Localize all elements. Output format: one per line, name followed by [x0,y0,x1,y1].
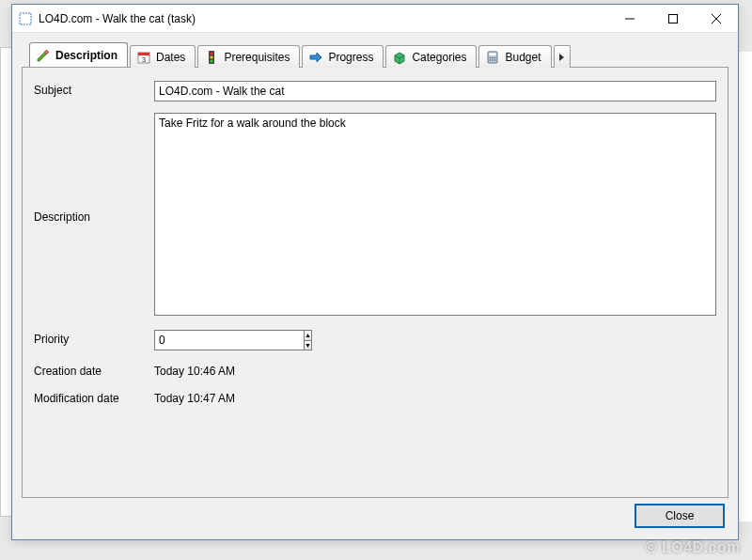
subject-label: Subject [34,81,154,97]
tab-categories[interactable]: Categories [385,45,477,68]
creation-date-row: Creation date Today 10:46 AM [34,362,716,378]
priority-stepper[interactable]: ▲ ▼ [154,330,241,350]
description-row: Description [34,113,716,319]
tab-dates[interactable]: 3 Dates [130,45,196,68]
task-dialog-window: LO4D.com - Walk the cat (task) Descripti… [11,4,739,540]
tab-budget[interactable]: Budget [478,45,551,68]
priority-row: Priority ▲ ▼ [34,330,716,350]
svg-rect-2 [669,14,678,23]
svg-point-17 [494,56,496,58]
description-label: Description [34,208,154,224]
tab-label: Progress [328,51,373,64]
box-icon [392,50,407,65]
svg-point-12 [211,59,213,62]
svg-point-20 [494,59,496,61]
titlebar[interactable]: LO4D.com - Walk the cat (task) [12,5,738,33]
svg-rect-0 [20,13,31,24]
tab-label: Budget [505,51,540,64]
pencil-icon [36,48,51,63]
tab-label: Prerequisites [224,51,290,64]
svg-point-18 [490,59,492,61]
svg-point-10 [211,52,213,54]
subject-row: Subject [34,81,716,101]
tab-description[interactable]: Description [29,42,128,67]
priority-step-up[interactable]: ▲ [305,331,311,341]
arrow-right-icon [308,50,323,65]
description-panel: Subject Description Priority ▲ [22,67,728,498]
window-title: LO4D.com - Walk the cat (task) [39,12,608,25]
background-window-right [738,52,752,521]
svg-text:3: 3 [142,54,147,63]
priority-input[interactable] [154,330,305,350]
svg-point-15 [490,56,492,58]
tab-prerequisites[interactable]: Prerequisites [197,45,300,68]
creation-date-label: Creation date [34,362,154,378]
client-area: Description 3 Dates Prerequisites Progre… [12,33,738,539]
tab-label: Description [55,49,118,62]
chevron-right-icon [558,53,566,62]
tab-label: Dates [156,51,185,64]
tab-progress[interactable]: Progress [302,45,384,68]
svg-point-16 [493,56,494,58]
watermark: © LO4D.com [646,539,741,556]
app-icon [18,11,33,26]
close-button[interactable]: Close [634,504,725,528]
svg-rect-14 [490,53,496,55]
priority-label: Priority [34,330,154,346]
traffic-light-icon [204,50,219,65]
calendar-icon: 3 [136,50,151,65]
svg-point-19 [493,59,494,61]
svg-point-11 [211,55,213,58]
creation-date-value: Today 10:46 AM [154,362,716,378]
maximize-button[interactable] [651,5,695,32]
calculator-icon [485,50,500,65]
dialog-footer: Close [22,498,728,534]
tab-scroll-right-button[interactable] [554,45,571,68]
modification-date-value: Today 10:47 AM [154,389,716,405]
priority-step-down[interactable]: ▼ [305,341,311,350]
minimize-button[interactable] [608,5,651,32]
tab-label: Categories [412,51,466,64]
subject-input[interactable] [154,81,716,101]
modification-date-row: Modification date Today 10:47 AM [34,389,716,405]
description-textarea[interactable] [154,113,716,316]
modification-date-label: Modification date [34,389,154,405]
tab-strip: Description 3 Dates Prerequisites Progre… [22,42,728,67]
close-window-button[interactable] [695,5,738,32]
